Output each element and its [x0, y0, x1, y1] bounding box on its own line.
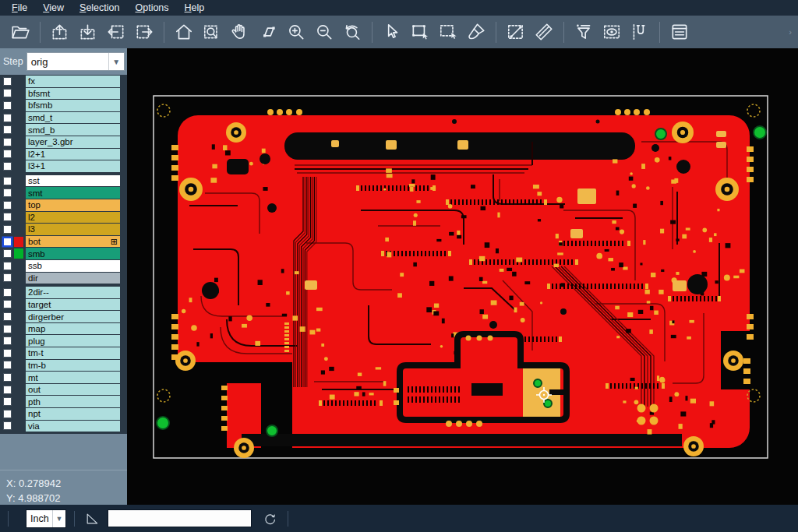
layer-checkbox[interactable]: [3, 386, 12, 394]
layer-checkbox[interactable]: [3, 77, 12, 86]
layer-label[interactable]: bfsmb: [26, 100, 120, 111]
layer-color-swatch[interactable]: [14, 421, 23, 431]
layer-label[interactable]: npt: [26, 408, 120, 420]
layer-checkbox[interactable]: [3, 273, 12, 282]
chevron-down-icon[interactable]: ▼: [52, 510, 65, 527]
layer-color-swatch[interactable]: [14, 113, 23, 123]
toolbar-overflow-icon[interactable]: ›: [789, 27, 792, 37]
layer-label[interactable]: l2: [26, 212, 120, 224]
toolbar-pan-button[interactable]: [226, 18, 254, 46]
layer-label[interactable]: layer_3.gbr: [26, 136, 120, 148]
layer-label[interactable]: sst: [26, 175, 120, 187]
toolbar-open-button[interactable]: [6, 18, 34, 46]
layer-label[interactable]: smb: [26, 248, 120, 259]
toolbar-shift-left-button[interactable]: [102, 18, 130, 46]
layer-label[interactable]: out: [26, 384, 120, 396]
layer-label[interactable]: l2+1: [26, 149, 120, 160]
layer-checkbox[interactable]: [3, 177, 12, 185]
layer-checkbox[interactable]: [3, 125, 12, 134]
layer-label[interactable]: bfsmt: [26, 88, 120, 100]
layer-label[interactable]: dir: [26, 273, 120, 284]
layer-label[interactable]: smd_b: [26, 124, 120, 136]
toolbar-brush-button[interactable]: [462, 18, 490, 46]
layer-checkbox[interactable]: [3, 349, 12, 358]
menu-selection[interactable]: Selection: [72, 2, 126, 14]
toolbar-view-eye-button[interactable]: [598, 18, 626, 46]
pcb-canvas[interactable]: [127, 48, 798, 505]
grid-icon[interactable]: ⊞: [111, 238, 118, 245]
menu-help[interactable]: Help: [178, 2, 212, 14]
layer-checkbox[interactable]: [3, 201, 12, 210]
layer-color-swatch[interactable]: [14, 273, 23, 283]
layer-color-swatch[interactable]: [14, 360, 23, 370]
toolbar-zoom-in-button[interactable]: [282, 18, 310, 46]
layer-color-swatch[interactable]: [14, 149, 23, 159]
layer-color-swatch[interactable]: [14, 299, 23, 309]
toolbar-snap-button[interactable]: [626, 18, 654, 46]
layer-label[interactable]: mt: [26, 372, 120, 383]
toolbar-layer-down-button[interactable]: [74, 18, 102, 46]
layer-color-swatch[interactable]: [14, 336, 23, 346]
layer-label[interactable]: target: [26, 299, 120, 311]
layer-color-swatch[interactable]: [14, 125, 23, 135]
layer-color-swatch[interactable]: [14, 161, 23, 171]
layer-color-swatch[interactable]: [14, 76, 23, 86]
toolbar-select-rect-button[interactable]: [406, 18, 434, 46]
menu-file[interactable]: File: [5, 2, 34, 14]
layer-label[interactable]: fx: [26, 76, 120, 87]
toolbar-select-pointer-button[interactable]: [378, 18, 406, 46]
menu-options[interactable]: Options: [128, 2, 175, 14]
layer-label[interactable]: top: [26, 199, 120, 211]
layer-label[interactable]: ssb: [26, 260, 120, 272]
toolbar-measure-line-button[interactable]: [502, 18, 530, 46]
layer-label[interactable]: via: [26, 421, 120, 432]
layer-label[interactable]: pth: [26, 396, 120, 407]
toolbar-shift-right-button[interactable]: [130, 18, 158, 46]
step-select[interactable]: orig ▼: [26, 52, 125, 71]
toolbar-ruler-button[interactable]: [530, 18, 558, 46]
layer-checkbox[interactable]: [3, 361, 12, 369]
layer-label[interactable]: plug: [26, 335, 120, 347]
layer-checkbox[interactable]: [3, 421, 12, 430]
layer-checkbox[interactable]: [3, 410, 12, 418]
layer-color-swatch[interactable]: [14, 176, 23, 186]
layer-color-swatch[interactable]: [14, 200, 23, 210]
toolbar-home-button[interactable]: [170, 18, 198, 46]
layer-checkbox[interactable]: [3, 249, 12, 258]
layer-label[interactable]: smt: [26, 187, 120, 199]
layer-checkbox[interactable]: [3, 150, 12, 158]
layer-checkbox[interactable]: [3, 336, 12, 345]
layer-checkbox[interactable]: [3, 162, 12, 171]
layer-label[interactable]: bot⊞: [26, 236, 120, 248]
layer-color-swatch[interactable]: [14, 137, 23, 147]
command-input[interactable]: [108, 509, 252, 527]
layer-checkbox[interactable]: [3, 225, 12, 234]
toolbar-select-region-button[interactable]: [434, 18, 462, 46]
layer-color-swatch[interactable]: [14, 212, 23, 222]
layer-color-swatch[interactable]: [14, 409, 23, 419]
layer-color-swatch[interactable]: [14, 348, 23, 358]
layer-color-swatch[interactable]: [14, 396, 23, 407]
layer-color-swatch[interactable]: [14, 100, 23, 111]
layer-color-swatch[interactable]: [14, 287, 23, 298]
layer-color-swatch[interactable]: [14, 385, 23, 395]
layer-checkbox[interactable]: [3, 101, 12, 110]
layer-color-swatch[interactable]: [14, 88, 23, 98]
menu-view[interactable]: View: [36, 2, 71, 14]
layer-checkbox[interactable]: [3, 312, 12, 321]
layer-label[interactable]: tm-t: [26, 347, 120, 359]
layer-checkbox[interactable]: [3, 397, 12, 406]
layer-checkbox[interactable]: [3, 325, 12, 333]
layer-checkbox[interactable]: [3, 213, 12, 221]
layer-checkbox[interactable]: [3, 114, 12, 122]
layer-label[interactable]: l3: [26, 224, 120, 235]
toolbar-zoom-window-button[interactable]: [198, 18, 226, 46]
layer-color-swatch[interactable]: [14, 312, 23, 322]
layer-color-swatch[interactable]: [14, 248, 23, 259]
layer-checkbox[interactable]: [3, 373, 12, 382]
layer-color-swatch[interactable]: [14, 237, 23, 247]
layer-label[interactable]: dirgerber: [26, 311, 120, 322]
layer-checkbox[interactable]: [3, 138, 12, 146]
toolbar-zoom-out-button[interactable]: [310, 18, 338, 46]
layer-color-swatch[interactable]: [14, 224, 23, 234]
